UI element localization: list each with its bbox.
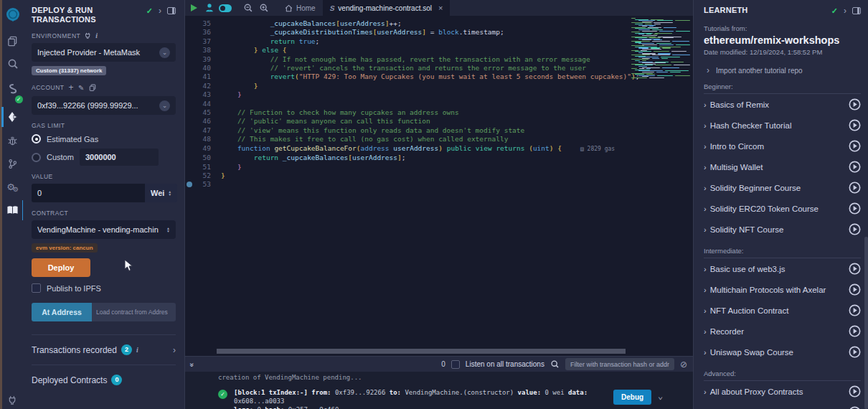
code-line[interactable]: 46 // 'public' means anyone can call thi… — [185, 117, 628, 126]
code-line[interactable]: 36 _cupcakeDistributionTimes[userAddress… — [185, 28, 628, 37]
custom-gas-option[interactable]: Custom — [32, 149, 176, 166]
radio-unselected[interactable] — [32, 153, 41, 162]
publish-ipfs-option[interactable]: Publish to IPFS — [32, 283, 176, 293]
tutorial-item[interactable]: ›Hash Checker Tutorial — [704, 115, 861, 136]
learneth-scrollbar[interactable] — [864, 237, 868, 409]
search-icon[interactable] — [1, 52, 24, 76]
code-line[interactable]: 47 // 'view' means this function only re… — [185, 126, 628, 135]
gutter[interactable] — [185, 90, 194, 99]
terminal-search-icon[interactable] — [550, 359, 560, 369]
tutorial-item[interactable]: ›Uniswap Swap Course — [704, 342, 861, 362]
play-tutorial-icon[interactable] — [849, 406, 861, 409]
tutorial-item[interactable]: ›Intro to Circom — [704, 136, 861, 156]
play-tutorial-icon[interactable] — [849, 182, 861, 194]
radio-selected[interactable] — [32, 134, 41, 144]
transaction-filter-input[interactable] — [565, 358, 674, 370]
plug-icon[interactable] — [85, 32, 91, 39]
code-line[interactable]: 44 — [185, 100, 628, 108]
gutter[interactable] — [185, 154, 194, 162]
tutorial-item[interactable]: ›All about Proxy Contracts — [704, 381, 861, 402]
tutorial-item[interactable]: ›Solidity ERC20 Token Course — [704, 198, 861, 219]
expand-terminal-icon[interactable]: » — [188, 363, 196, 366]
play-tutorial-icon[interactable] — [849, 98, 861, 111]
home-tab[interactable]: Home — [278, 0, 323, 16]
file-tab[interactable]: S vending-machine-contract.sol × — [323, 0, 450, 16]
tutorial-item[interactable]: ›Multisig Wallet — [704, 156, 861, 177]
code-line[interactable]: 40 // 'revert' cancels the transaction a… — [185, 64, 628, 72]
play-tutorial-icon[interactable] — [849, 385, 861, 398]
account-select[interactable]: 0xf39...92266 (9999.99929... ⌄ — [32, 96, 176, 115]
play-tutorial-icon[interactable] — [849, 202, 861, 215]
listen-checkbox[interactable] — [451, 360, 460, 369]
code-line[interactable]: 37 return true; — [185, 37, 628, 46]
contract-select[interactable]: VendingMachine - vending-machin ▲▼ — [32, 220, 176, 239]
play-tutorial-icon[interactable] — [849, 263, 861, 275]
code-line[interactable]: 35 _cupcakeBalances[userAddress]++; — [185, 19, 628, 28]
debugger-icon[interactable] — [1, 129, 24, 152]
custom-gas-input[interactable] — [80, 149, 159, 166]
code-line[interactable]: 38 } else { — [185, 46, 628, 55]
deploy-button[interactable]: Deploy — [32, 258, 90, 277]
breakpoint-dot[interactable] — [185, 180, 194, 189]
play-tutorial-icon[interactable] — [849, 223, 861, 235]
tutorial-item[interactable]: ›Recorder — [704, 321, 861, 342]
info-icon[interactable]: i — [95, 32, 98, 39]
gutter[interactable] — [185, 171, 194, 180]
play-tutorial-icon[interactable] — [849, 140, 861, 152]
code-line[interactable]: 52} — [185, 171, 628, 180]
gutter[interactable] — [185, 117, 194, 126]
at-address-button[interactable]: At Address — [32, 303, 92, 321]
gutter[interactable] — [185, 72, 194, 81]
code-line[interactable]: 43 } — [185, 90, 628, 99]
remix-logo[interactable] — [1, 0, 24, 30]
code-line[interactable]: 53 — [185, 180, 628, 189]
toggle-switch-icon[interactable] — [217, 0, 233, 16]
play-tutorial-icon[interactable] — [849, 346, 861, 358]
gutter[interactable] — [185, 82, 194, 90]
publish-ipfs-checkbox[interactable] — [32, 283, 41, 293]
tutorial-item[interactable]: ›NFT Auction Contract — [704, 300, 861, 321]
compile-run-person-icon[interactable] — [202, 0, 217, 16]
at-address-input[interactable] — [92, 303, 176, 321]
value-input[interactable] — [32, 184, 145, 202]
deploy-run-icon[interactable] — [1, 105, 24, 129]
code-line[interactable]: 49 function getCupcakeBalanceFor(address… — [185, 144, 628, 154]
gutter[interactable] — [185, 108, 194, 117]
transaction-log-row[interactable]: ✓ [block:1 txIndex:-] from: 0xf39...9226… — [218, 388, 693, 409]
edit-icon[interactable]: ✎ — [78, 84, 85, 92]
gutter[interactable] — [185, 144, 194, 154]
gutter[interactable] — [185, 100, 194, 108]
minimap[interactable] — [631, 18, 690, 78]
solidity-compiler-icon[interactable]: ✓ — [1, 76, 24, 105]
gutter[interactable] — [185, 28, 194, 37]
code-line[interactable]: 42 } — [185, 82, 628, 90]
learneth-book-icon[interactable] — [1, 198, 24, 222]
add-account-icon[interactable]: + — [69, 83, 75, 93]
code-line[interactable]: 50 return _cupcakeBalances[userAddress]; — [185, 154, 628, 162]
close-tab-icon[interactable]: × — [438, 4, 443, 12]
copy-icon[interactable] — [89, 84, 96, 91]
gutter[interactable] — [185, 126, 194, 135]
estimated-gas-option[interactable]: Estimated Gas — [32, 134, 176, 144]
code-line[interactable]: 51 } — [185, 163, 628, 171]
play-tutorial-icon[interactable] — [849, 283, 861, 296]
import-repo-row[interactable]: › Import another tutorial repo — [704, 65, 861, 75]
settings-gears-icon[interactable]: ⚙⚙ — [1, 175, 24, 198]
gutter[interactable] — [185, 19, 194, 28]
info-icon[interactable]: i — [136, 346, 138, 354]
panel-collapse-icon[interactable]: › — [159, 6, 161, 16]
environment-select[interactable]: Injected Provider - MetaMask ⌄ — [32, 43, 176, 62]
play-tutorial-icon[interactable] — [849, 325, 861, 337]
tutorial-item[interactable]: ›Multichain Protocols with Axelar — [704, 279, 861, 300]
run-play-icon[interactable] — [191, 4, 197, 11]
zoom-out-icon[interactable] — [240, 0, 256, 16]
plugin-plug-icon[interactable] — [1, 390, 24, 409]
gutter[interactable] — [185, 46, 194, 55]
code-line[interactable]: 39 // If not enough time has passed, rev… — [185, 55, 628, 64]
gutter[interactable] — [185, 64, 194, 72]
code-line[interactable]: 45 // Function to check how many cupcake… — [185, 108, 628, 117]
clear-terminal-icon[interactable]: ⊘ — [680, 359, 687, 370]
play-tutorial-icon[interactable] — [849, 304, 861, 316]
code-line[interactable]: 41 revert("HTTP 429: Too Many Cupcakes (… — [185, 72, 628, 81]
file-explorer-icon[interactable] — [1, 30, 24, 52]
